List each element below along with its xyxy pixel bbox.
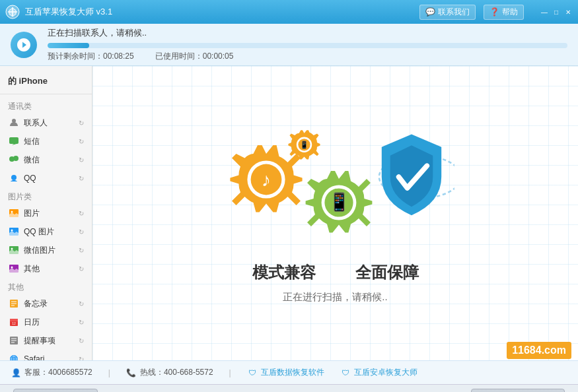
scan-hint-text: 正在进行扫描，请稍候..	[283, 291, 387, 304]
notes-icon	[8, 298, 20, 310]
calendar-icon: 12	[8, 316, 20, 328]
safari-label: Safari	[24, 354, 75, 360]
shield	[369, 130, 454, 232]
title-bar-actions: 💬 联系我们 ❓ 帮助 — □ ✕	[419, 5, 573, 20]
hotline-item: 📞 热线：400-668-5572	[126, 367, 213, 378]
other-photos-scan: ↻	[79, 265, 84, 273]
wechat-photos-scan: ↻	[79, 247, 84, 254]
brand-2-icon: 🛡	[340, 368, 351, 378]
qq-label: QQ	[24, 174, 75, 183]
sidebar-item-photos[interactable]: 图片 ↻	[0, 204, 92, 222]
tagline-text-1: 模式兼容	[252, 262, 316, 283]
sms-scan: ↻	[79, 138, 84, 145]
svg-text:12: 12	[12, 321, 16, 325]
qq-icon	[8, 172, 20, 184]
sms-icon	[8, 135, 20, 147]
svg-text:📱: 📱	[300, 141, 308, 149]
sidebar: 的 iPhone 通讯类 联系人 ↻ 短信 ↻	[0, 66, 92, 360]
wechat-photos-label: 微信图片	[24, 245, 75, 256]
time-remaining: 预计剩余时间：00:08:25	[48, 51, 134, 62]
svg-point-4	[13, 156, 18, 161]
illustration: ♪ 📱	[92, 66, 578, 360]
qq-scan: ↻	[79, 175, 84, 182]
contacts-scan: ↻	[79, 119, 84, 127]
minimize-button[interactable]: —	[540, 7, 549, 16]
main-area: 的 iPhone 通讯类 联系人 ↻ 短信 ↻	[0, 66, 578, 360]
scan-info: 正在扫描联系人，请稍候.. 预计剩余时间：00:08:25 已使用时间：00:0…	[48, 27, 567, 62]
scan-progress-bar	[48, 43, 567, 48]
sidebar-item-notes[interactable]: 备忘录 ↻	[0, 294, 92, 313]
contact-button[interactable]: 💬 联系我们	[419, 5, 476, 20]
help-button[interactable]: ❓ 帮助	[484, 5, 524, 20]
sidebar-item-wechat-photos[interactable]: 微信图片 ↻	[0, 241, 92, 259]
svg-point-5	[11, 175, 17, 180]
tagline-text-2: 全面保障	[355, 262, 419, 283]
brand-1-text: 互盾数据恢复软件	[261, 367, 324, 378]
section-title-comms: 通讯类	[0, 97, 92, 114]
svg-text:📱: 📱	[328, 191, 349, 212]
scan-times: 预计剩余时间：00:08:25 已使用时间：00:00:05	[48, 51, 567, 62]
app-title: 互盾苹果恢复大师 v3.1	[25, 6, 419, 18]
other-photos-icon	[8, 263, 20, 275]
hotline-text: 热线：400-668-5572	[140, 367, 213, 378]
reminders-scan: ↻	[79, 337, 84, 344]
window-controls: — □ ✕	[540, 7, 573, 16]
sidebar-item-reminders[interactable]: 提醒事项 ↻	[0, 331, 92, 350]
contacts-label: 联系人	[24, 117, 75, 129]
title-bar: 互盾苹果恢复大师 v3.1 💬 联系我们 ❓ 帮助 — □ ✕	[0, 0, 578, 24]
divider-1: |	[108, 368, 110, 377]
bottom-bar: 返回主界面 导出选中记录	[0, 384, 578, 392]
scan-progress-fill	[48, 43, 89, 48]
back-to-main-button[interactable]: 返回主界面	[13, 389, 98, 393]
svg-rect-2	[9, 137, 18, 144]
chat-icon: 💬	[425, 7, 435, 16]
svg-text:♪: ♪	[261, 169, 270, 190]
sidebar-item-qq[interactable]: QQ ↻	[0, 169, 92, 187]
watermark-text: 11684.com	[507, 342, 571, 359]
sidebar-item-qq-photos[interactable]: QQ 图片 ↻	[0, 222, 92, 241]
content-area: ♪ 📱	[92, 66, 578, 360]
customer-service-item: 👤 客服：4006685572	[11, 367, 92, 378]
hotline-icon: 📞	[126, 368, 137, 378]
section-title-photos: 图片类	[0, 187, 92, 204]
sidebar-item-sms[interactable]: 短信 ↻	[0, 132, 92, 150]
brand-1-icon: 🛡	[247, 368, 258, 378]
wechat-label: 微信	[24, 154, 75, 166]
maximize-button[interactable]: □	[552, 7, 561, 16]
app-logo	[5, 5, 20, 19]
export-selected-button[interactable]: 导出选中记录	[471, 389, 565, 393]
reminders-icon	[8, 335, 20, 346]
customer-service-text: 客服：4006685572	[24, 367, 92, 378]
sidebar-item-safari[interactable]: Safari ↻	[0, 350, 92, 360]
safari-icon	[8, 353, 20, 360]
scan-status: 正在扫描联系人，请稍候..	[48, 27, 567, 39]
close-button[interactable]: ✕	[563, 7, 573, 16]
sidebar-item-calendar[interactable]: 12 日历 ↻	[0, 313, 92, 331]
photos-scan: ↻	[79, 210, 84, 217]
scan-icon	[11, 32, 37, 58]
brand-2-item[interactable]: 🛡 互盾安卓恢复大师	[340, 367, 417, 378]
qq-photos-label: QQ 图片	[24, 226, 75, 238]
brand-1-item[interactable]: 🛡 互盾数据恢复软件	[247, 367, 324, 378]
calendar-label: 日历	[24, 317, 75, 328]
notes-label: 备忘录	[24, 298, 75, 310]
sms-label: 短信	[24, 136, 75, 147]
contacts-icon	[8, 117, 20, 129]
wechat-icon	[8, 154, 20, 166]
section-title-other: 其他	[0, 278, 92, 294]
sidebar-item-other-photos[interactable]: 其他 ↻	[0, 259, 92, 278]
illustration-content: ♪ 📱	[203, 123, 468, 304]
calendar-scan: ↻	[79, 319, 84, 326]
brand-2-text: 互盾安卓恢复大师	[354, 367, 417, 378]
photos-icon	[8, 207, 20, 219]
scan-bar: 正在扫描联系人，请稍候.. 预计剩余时间：00:08:25 已使用时间：00:0…	[0, 24, 578, 66]
customer-service-icon: 👤	[11, 368, 21, 378]
safari-scan: ↻	[79, 356, 84, 361]
sidebar-item-contacts[interactable]: 联系人 ↻	[0, 114, 92, 132]
other-photos-label: 其他	[24, 263, 75, 275]
photos-label: 图片	[24, 208, 75, 219]
divider-2: |	[229, 368, 231, 377]
info-bar: 👤 客服：4006685572 | 📞 热线：400-668-5572 | 🛡 …	[0, 360, 578, 384]
help-icon: ❓	[489, 7, 499, 16]
sidebar-item-wechat[interactable]: 微信 ↻	[0, 150, 92, 169]
